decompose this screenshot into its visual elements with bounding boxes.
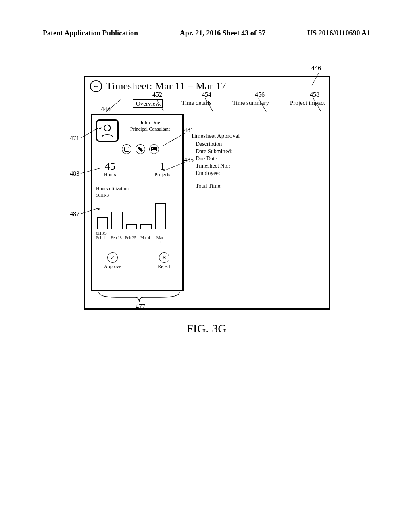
x-tick: Feb 18 <box>111 235 122 244</box>
figure-caption: FIG. 3G <box>0 322 413 335</box>
bar <box>155 203 166 229</box>
check-icon: ✓ <box>107 252 118 263</box>
y-axis-min: 0HRS <box>96 231 178 235</box>
tab-time-summary[interactable]: Time summary <box>230 99 271 108</box>
person-icon <box>100 123 115 138</box>
overview-heading: Timesheet Approval <box>191 133 240 139</box>
ref-446: 446 <box>311 64 321 72</box>
contact-icon-row <box>122 144 178 154</box>
total-time-label: Total Time: <box>191 183 240 189</box>
figure-frame: ← Timesheet: Mar 11 – Mar 17 Overview Ti… <box>84 76 330 310</box>
approve-button[interactable]: ✓ Approve <box>104 252 121 270</box>
user-role: Principal Consultant <box>130 126 170 132</box>
patent-header: Patent Application Publication Apr. 21, … <box>0 29 413 37</box>
due-date-label: Due Date: <box>191 156 240 162</box>
reject-label: Reject <box>158 264 170 270</box>
projects-label: Projects <box>154 172 170 177</box>
user-header: John Doe Principal Consultant <box>96 119 178 142</box>
reject-button[interactable]: ✕ Reject <box>158 252 170 270</box>
ref-477: 477 <box>136 303 145 310</box>
approve-label: Approve <box>104 264 121 270</box>
bar <box>111 212 123 229</box>
ref-452: 452 <box>152 91 162 98</box>
timesheet-no-label: Timesheet No.: <box>191 163 240 169</box>
ref-458: 458 <box>310 91 319 98</box>
hours-value: 45 <box>104 161 116 172</box>
phone-icon[interactable] <box>136 144 145 154</box>
x-axis-labels: Feb 11Feb 18Feb 25Mar 4Mar 11 <box>96 235 178 244</box>
chat-icon[interactable] <box>122 144 131 154</box>
patent-sheet: Patent Application Publication Apr. 21, … <box>0 0 413 532</box>
avatar <box>96 119 119 142</box>
x-icon: ✕ <box>159 252 169 263</box>
x-tick: Feb 11 <box>96 235 107 244</box>
tab-project-impact[interactable]: Project impact <box>288 99 327 108</box>
util-title: Hours utilization <box>96 186 178 192</box>
tab-row: Overview Time details Time summary Proje… <box>133 99 329 108</box>
page-title: Timesheet: Mar 11 – Mar 17 <box>106 80 226 92</box>
ref-456: 456 <box>255 91 265 98</box>
hours-utilization-chart <box>96 198 178 230</box>
ref-483: 483 <box>70 170 79 177</box>
action-row: ✓ Approve ✕ Reject <box>96 252 178 270</box>
projects-value: 1 <box>154 161 170 172</box>
back-icon[interactable]: ← <box>90 80 102 92</box>
user-name: John Doe <box>122 119 178 126</box>
x-tick: Mar 11 <box>154 235 165 244</box>
projects-stat: 1 Projects <box>154 161 170 178</box>
ref-454: 454 <box>202 91 211 98</box>
hours-stat: 45 Hours <box>104 161 116 178</box>
mail-icon[interactable] <box>149 144 159 154</box>
header-right: US 2016/0110690 A1 <box>307 29 370 37</box>
x-tick: Mar 4 <box>140 235 151 244</box>
svg-point-0 <box>104 125 110 131</box>
date-submitted-label: Date Submitted: <box>191 148 240 155</box>
header-left: Patent Application Publication <box>43 29 138 37</box>
bar <box>140 224 152 229</box>
overview-panel: Timesheet Approval Description Date Subm… <box>191 133 240 190</box>
employee-label: Employee: <box>191 170 240 177</box>
ref-487: 487 <box>70 210 79 218</box>
ref-471: 471 <box>70 135 79 142</box>
x-tick: Feb 25 <box>125 235 136 244</box>
y-axis-max: 50HRS <box>96 193 178 197</box>
bar <box>97 217 108 229</box>
user-card: John Doe Principal Consultant 45 Hours <box>91 114 184 291</box>
ref-481: 481 <box>184 127 194 134</box>
hours-label: Hours <box>104 172 116 177</box>
description-label: Description <box>191 141 240 148</box>
bar <box>126 224 137 229</box>
header-mid: Apr. 21, 2016 Sheet 43 of 57 <box>180 29 265 37</box>
ref-485: 485 <box>184 156 194 164</box>
